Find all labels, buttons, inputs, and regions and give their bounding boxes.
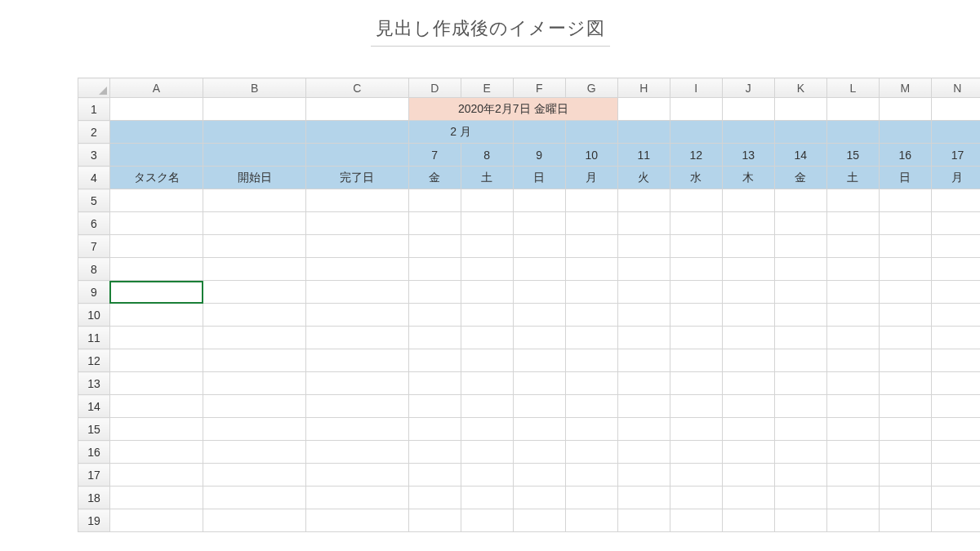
- row-header-17[interactable]: 17: [78, 464, 110, 487]
- cell-l9[interactable]: [826, 281, 879, 304]
- cell-a14[interactable]: [109, 395, 203, 418]
- cell-f18[interactable]: [513, 487, 565, 509]
- col-header-k[interactable]: K: [774, 78, 826, 98]
- cell-g2[interactable]: [565, 121, 617, 144]
- cell-h8[interactable]: [617, 258, 670, 281]
- cell-a9-selected[interactable]: [109, 281, 203, 304]
- cell-d17[interactable]: [408, 464, 461, 487]
- cell-l14[interactable]: [826, 395, 879, 418]
- cell-g9[interactable]: [565, 281, 617, 304]
- cell-k4[interactable]: 金: [774, 167, 826, 189]
- row-header-5[interactable]: 5: [78, 189, 110, 212]
- cell-f5[interactable]: [513, 189, 565, 212]
- cell-h10[interactable]: [617, 304, 670, 327]
- cell-n1[interactable]: [931, 98, 980, 121]
- cell-j8[interactable]: [722, 258, 774, 281]
- row-header-11[interactable]: 11: [78, 327, 110, 349]
- cell-j5[interactable]: [722, 189, 774, 212]
- cell-d4[interactable]: 金: [408, 167, 461, 189]
- cell-h14[interactable]: [617, 395, 670, 418]
- cell-l2[interactable]: [826, 121, 879, 144]
- cell-k5[interactable]: [774, 189, 826, 212]
- row-header-4[interactable]: 4: [78, 167, 110, 189]
- cell-e3[interactable]: 8: [461, 144, 513, 167]
- cell-b6[interactable]: [203, 212, 306, 235]
- cell-k11[interactable]: [774, 327, 826, 349]
- cell-b5[interactable]: [203, 189, 306, 212]
- cell-l10[interactable]: [826, 304, 879, 327]
- row-header-3[interactable]: 3: [78, 144, 110, 167]
- cell-i15[interactable]: [670, 418, 722, 441]
- cell-l3[interactable]: 15: [826, 144, 879, 167]
- cell-month[interactable]: 2 月: [408, 121, 513, 144]
- cell-a12[interactable]: [109, 349, 203, 372]
- cell-n3[interactable]: 17: [931, 144, 980, 167]
- cell-n17[interactable]: [931, 464, 980, 487]
- cell-m13[interactable]: [879, 372, 931, 395]
- cell-c10[interactable]: [305, 304, 408, 327]
- cell-g6[interactable]: [565, 212, 617, 235]
- cell-e7[interactable]: [461, 235, 513, 258]
- cell-j11[interactable]: [722, 327, 774, 349]
- cell-g18[interactable]: [565, 487, 617, 509]
- row-header-15[interactable]: 15: [78, 418, 110, 441]
- cell-b1[interactable]: [203, 98, 306, 121]
- cell-l6[interactable]: [826, 212, 879, 235]
- cell-d12[interactable]: [408, 349, 461, 372]
- row-header-18[interactable]: 18: [78, 487, 110, 509]
- cell-d13[interactable]: [408, 372, 461, 395]
- cell-d5[interactable]: [408, 189, 461, 212]
- cell-l5[interactable]: [826, 189, 879, 212]
- cell-i1[interactable]: [670, 98, 722, 121]
- cell-a8[interactable]: [109, 258, 203, 281]
- cell-n2[interactable]: [931, 121, 980, 144]
- cell-k1[interactable]: [774, 98, 826, 121]
- row-header-10[interactable]: 10: [78, 304, 110, 327]
- cell-c6[interactable]: [305, 212, 408, 235]
- row-header-2[interactable]: 2: [78, 121, 110, 144]
- cell-d19[interactable]: [408, 509, 461, 532]
- cell-b10[interactable]: [203, 304, 306, 327]
- col-header-e[interactable]: E: [461, 78, 513, 98]
- cell-j3[interactable]: 13: [722, 144, 774, 167]
- row-header-12[interactable]: 12: [78, 349, 110, 372]
- cell-k10[interactable]: [774, 304, 826, 327]
- cell-n5[interactable]: [931, 189, 980, 212]
- cell-d8[interactable]: [408, 258, 461, 281]
- cell-i3[interactable]: 12: [670, 144, 722, 167]
- cell-a1[interactable]: [109, 98, 203, 121]
- cell-i9[interactable]: [670, 281, 722, 304]
- cell-g8[interactable]: [565, 258, 617, 281]
- cell-l4[interactable]: 土: [826, 167, 879, 189]
- cell-a6[interactable]: [109, 212, 203, 235]
- cell-m1[interactable]: [879, 98, 931, 121]
- cell-a10[interactable]: [109, 304, 203, 327]
- cell-b2[interactable]: [203, 121, 306, 144]
- col-header-g[interactable]: G: [565, 78, 617, 98]
- cell-b13[interactable]: [203, 372, 306, 395]
- cell-g3[interactable]: 10: [565, 144, 617, 167]
- cell-d18[interactable]: [408, 487, 461, 509]
- cell-f11[interactable]: [513, 327, 565, 349]
- cell-l12[interactable]: [826, 349, 879, 372]
- cell-enddate-header[interactable]: 完了日: [305, 167, 408, 189]
- cell-i4[interactable]: 水: [670, 167, 722, 189]
- cell-h9[interactable]: [617, 281, 670, 304]
- cell-b16[interactable]: [203, 441, 306, 464]
- cell-f6[interactable]: [513, 212, 565, 235]
- cell-i12[interactable]: [670, 349, 722, 372]
- cell-a13[interactable]: [109, 372, 203, 395]
- col-header-c[interactable]: C: [305, 78, 408, 98]
- cell-f4[interactable]: 日: [513, 167, 565, 189]
- cell-g13[interactable]: [565, 372, 617, 395]
- cell-c18[interactable]: [305, 487, 408, 509]
- cell-j16[interactable]: [722, 441, 774, 464]
- cell-h17[interactable]: [617, 464, 670, 487]
- cell-k2[interactable]: [774, 121, 826, 144]
- cell-date-heading[interactable]: 2020年2月7日 金曜日: [408, 98, 617, 121]
- cell-d11[interactable]: [408, 327, 461, 349]
- col-header-f[interactable]: F: [513, 78, 565, 98]
- cell-j1[interactable]: [722, 98, 774, 121]
- cell-h3[interactable]: 11: [617, 144, 670, 167]
- cell-c8[interactable]: [305, 258, 408, 281]
